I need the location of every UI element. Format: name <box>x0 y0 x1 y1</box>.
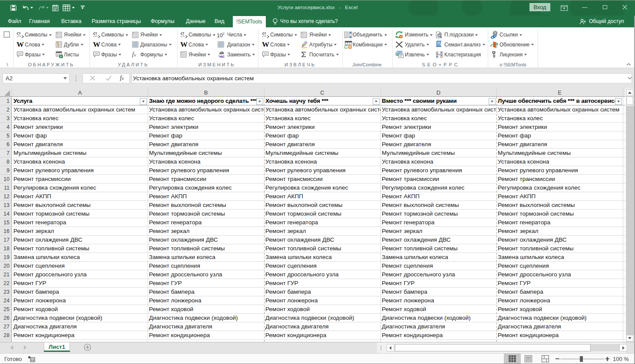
svg-text:ac: ac <box>220 54 225 58</box>
svg-text:2: 2 <box>223 32 225 36</box>
svg-text:e: e <box>439 34 440 36</box>
svg-text:X: X <box>60 55 62 58</box>
svg-text:10: 10 <box>217 33 223 38</box>
